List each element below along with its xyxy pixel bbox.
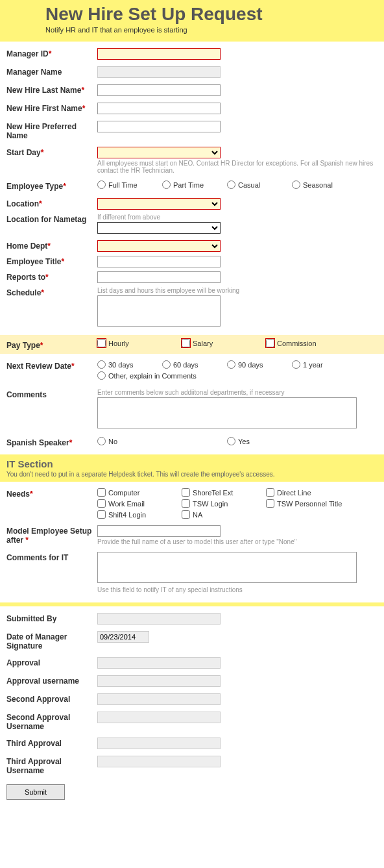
helper-location-nametag: If different from above bbox=[97, 214, 378, 221]
helper-comments-it: Use this field to notify IT of any speci… bbox=[97, 586, 378, 593]
label-manager-name: Manager Name bbox=[6, 66, 97, 77]
it-section-title: IT Section bbox=[6, 458, 378, 469]
label-second-approval-user: Second Approval Username bbox=[6, 712, 97, 731]
label-employee-type: Employee Type* bbox=[6, 180, 97, 191]
radio-90-days[interactable] bbox=[227, 360, 235, 369]
label-start-day: Start Day* bbox=[6, 147, 97, 157]
helper-start-day: All employees must start on NEO. Contact… bbox=[97, 160, 378, 174]
needs-group: Computer ShoreTel Ext Direct Line Work E… bbox=[97, 488, 378, 521]
label-first-name: New Hire First Name* bbox=[6, 103, 97, 113]
checkbox-salary[interactable] bbox=[182, 339, 190, 347]
approval-user-input bbox=[97, 675, 221, 687]
second-approval-input bbox=[97, 693, 221, 705]
label-spanish: Spanish Speaker* bbox=[6, 437, 97, 447]
comments-it-textarea[interactable] bbox=[97, 552, 357, 583]
checkbox-hourly[interactable] bbox=[97, 339, 106, 347]
radio-seasonal[interactable] bbox=[292, 180, 300, 189]
manager-id-input[interactable] bbox=[97, 48, 221, 60]
header-band: New Hire Set Up Request Notify HR and IT… bbox=[0, 0, 384, 42]
spanish-group: No Yes bbox=[97, 437, 378, 448]
checkbox-work-email[interactable] bbox=[97, 499, 106, 508]
label-location: Location* bbox=[6, 198, 97, 208]
helper-model-after: Provide the full name of a user to model… bbox=[97, 538, 378, 545]
third-approval-input bbox=[97, 738, 221, 749]
helper-comments: Enter comments below such addiitonal dep… bbox=[97, 389, 378, 396]
submitted-by-input bbox=[97, 613, 221, 625]
label-submitted-by: Submitted By bbox=[6, 613, 97, 623]
model-after-input[interactable] bbox=[97, 525, 221, 537]
checkbox-tsw-title[interactable] bbox=[266, 499, 274, 508]
checkbox-na[interactable] bbox=[182, 510, 190, 519]
label-location-nametag: Location for Nametag bbox=[6, 214, 97, 224]
schedule-textarea[interactable] bbox=[97, 295, 221, 327]
radio-spanish-yes[interactable] bbox=[227, 437, 235, 445]
form-area: Manager ID* Manager Name New Hire Last N… bbox=[0, 48, 384, 329]
location-select[interactable] bbox=[97, 198, 221, 210]
label-third-approval: Third Approval bbox=[6, 738, 97, 748]
checkbox-commission[interactable] bbox=[266, 339, 274, 347]
radio-other[interactable] bbox=[97, 371, 106, 380]
checkbox-direct-line[interactable] bbox=[266, 488, 274, 497]
helper-schedule: List days and hours this employee will b… bbox=[97, 287, 378, 294]
location-nametag-select[interactable] bbox=[97, 222, 221, 234]
checkbox-shoretel[interactable] bbox=[182, 488, 190, 497]
label-home-dept: Home Dept* bbox=[6, 240, 97, 251]
label-comments: Comments bbox=[6, 389, 97, 399]
checkbox-shift4[interactable] bbox=[97, 510, 106, 519]
radio-60-days[interactable] bbox=[162, 360, 171, 369]
label-approval: Approval bbox=[6, 657, 97, 667]
submit-button[interactable]: Submit bbox=[6, 784, 65, 800]
second-approval-user-input bbox=[97, 712, 221, 723]
label-third-approval-user: Third Approval Username bbox=[6, 756, 97, 775]
radio-casual[interactable] bbox=[227, 180, 235, 189]
approval-input bbox=[97, 657, 221, 669]
preferred-name-input[interactable] bbox=[97, 121, 221, 132]
label-approval-user: Approval username bbox=[6, 675, 97, 686]
comments-textarea[interactable] bbox=[97, 397, 357, 428]
radio-30-days[interactable] bbox=[97, 360, 106, 369]
manager-name-input bbox=[97, 66, 221, 78]
label-last-name: New Hire Last Name* bbox=[6, 84, 97, 95]
label-model-after: Model Employee Setup after * bbox=[6, 525, 97, 545]
page-title: New Hire Set Up Request bbox=[6, 4, 378, 25]
it-section-band: IT Section You don't need to put in a se… bbox=[0, 454, 384, 482]
radio-spanish-no[interactable] bbox=[97, 437, 106, 445]
label-schedule: Schedule* bbox=[6, 287, 97, 297]
yellow-separator bbox=[0, 602, 384, 606]
date-sig-input bbox=[97, 631, 149, 643]
label-next-review: Next Review Date* bbox=[6, 360, 97, 371]
pay-type-band: Pay Type* Hourly Salary Commission bbox=[0, 335, 384, 354]
label-pay-type: Pay Type* bbox=[6, 340, 97, 350]
label-needs: Needs* bbox=[6, 488, 97, 499]
radio-1-year[interactable] bbox=[292, 360, 300, 369]
label-date-sig: Date of Manager Signature bbox=[6, 631, 97, 651]
checkbox-computer[interactable] bbox=[97, 488, 106, 497]
home-dept-select[interactable] bbox=[97, 240, 221, 252]
label-manager-id: Manager ID* bbox=[6, 48, 97, 58]
label-comments-it: Comments for IT bbox=[6, 552, 97, 562]
last-name-input[interactable] bbox=[97, 84, 221, 96]
first-name-input[interactable] bbox=[97, 103, 221, 114]
pay-type-group: Hourly Salary Commission bbox=[97, 339, 378, 350]
employee-title-input[interactable] bbox=[97, 256, 221, 267]
reports-to-input[interactable] bbox=[97, 271, 221, 283]
radio-part-time[interactable] bbox=[162, 180, 171, 189]
start-day-select[interactable] bbox=[97, 147, 221, 158]
label-second-approval: Second Approval bbox=[6, 693, 97, 704]
it-section-sub: You don't need to put in a separate Help… bbox=[6, 471, 378, 478]
next-review-group: 30 days 60 days 90 days 1 year Other, ex… bbox=[97, 360, 378, 382]
label-preferred-name: New Hire Preferred Name bbox=[6, 121, 97, 140]
checkbox-tsw-login[interactable] bbox=[182, 499, 190, 508]
employee-type-group: Full Time Part Time Casual Seasonal bbox=[97, 180, 378, 192]
radio-full-time[interactable] bbox=[97, 180, 106, 189]
third-approval-user-input bbox=[97, 756, 221, 767]
page-subtitle: Notify HR and IT that an employee is sta… bbox=[6, 26, 378, 34]
label-reports-to: Reports to* bbox=[6, 271, 97, 282]
label-employee-title: Employee Title* bbox=[6, 256, 97, 266]
